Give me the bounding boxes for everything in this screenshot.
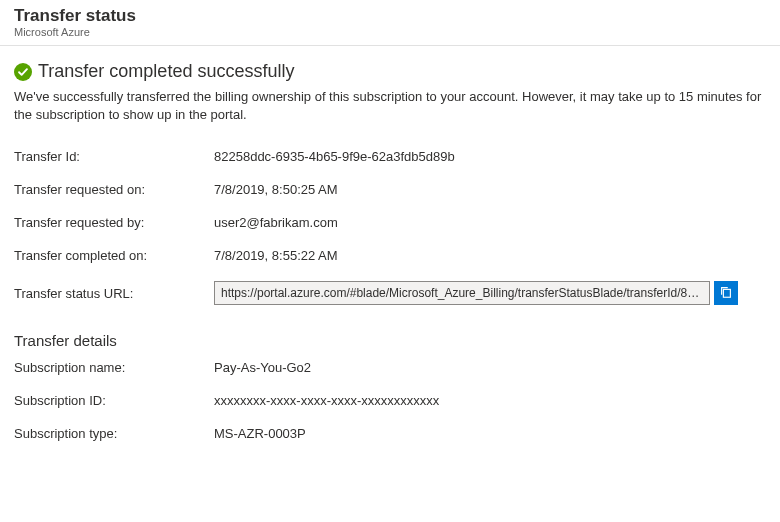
field-completed-on: Transfer completed on: 7/8/2019, 8:55:22… xyxy=(14,239,766,272)
details-heading: Transfer details xyxy=(14,332,766,349)
label-subscription-type: Subscription type: xyxy=(14,426,214,441)
success-check-icon xyxy=(14,63,32,81)
content-area: Transfer completed successfully We've su… xyxy=(0,46,780,465)
status-row: Transfer completed successfully xyxy=(14,61,766,82)
value-completed-on: 7/8/2019, 8:55:22 AM xyxy=(214,248,338,263)
copy-url-button[interactable] xyxy=(714,281,738,305)
field-subscription-name: Subscription name: Pay-As-You-Go2 xyxy=(14,351,766,384)
label-requested-by: Transfer requested by: xyxy=(14,215,214,230)
label-status-url: Transfer status URL: xyxy=(14,286,214,301)
value-subscription-type: MS-AZR-0003P xyxy=(214,426,306,441)
field-subscription-type: Subscription type: MS-AZR-0003P xyxy=(14,417,766,450)
field-requested-by: Transfer requested by: user2@fabrikam.co… xyxy=(14,206,766,239)
page-header: Transfer status Microsoft Azure xyxy=(0,0,780,46)
copy-icon xyxy=(719,285,733,302)
page-title: Transfer status xyxy=(14,6,766,26)
value-requested-by: user2@fabrikam.com xyxy=(214,215,338,230)
status-heading: Transfer completed successfully xyxy=(38,61,294,82)
label-completed-on: Transfer completed on: xyxy=(14,248,214,263)
field-subscription-id: Subscription ID: xxxxxxxx-xxxx-xxxx-xxxx… xyxy=(14,384,766,417)
page-subtitle: Microsoft Azure xyxy=(14,26,766,38)
label-subscription-name: Subscription name: xyxy=(14,360,214,375)
label-subscription-id: Subscription ID: xyxy=(14,393,214,408)
status-url-input[interactable] xyxy=(214,281,710,305)
value-subscription-id: xxxxxxxx-xxxx-xxxx-xxxx-xxxxxxxxxxxx xyxy=(214,393,439,408)
value-subscription-name: Pay-As-You-Go2 xyxy=(214,360,311,375)
field-transfer-id: Transfer Id: 82258ddc-6935-4b65-9f9e-62a… xyxy=(14,140,766,173)
label-requested-on: Transfer requested on: xyxy=(14,182,214,197)
status-description: We've successfully transferred the billi… xyxy=(14,88,766,124)
value-transfer-id: 82258ddc-6935-4b65-9f9e-62a3fdb5d89b xyxy=(214,149,455,164)
svg-rect-1 xyxy=(723,289,730,297)
field-status-url: Transfer status URL: xyxy=(14,272,766,314)
label-transfer-id: Transfer Id: xyxy=(14,149,214,164)
field-requested-on: Transfer requested on: 7/8/2019, 8:50:25… xyxy=(14,173,766,206)
value-requested-on: 7/8/2019, 8:50:25 AM xyxy=(214,182,338,197)
